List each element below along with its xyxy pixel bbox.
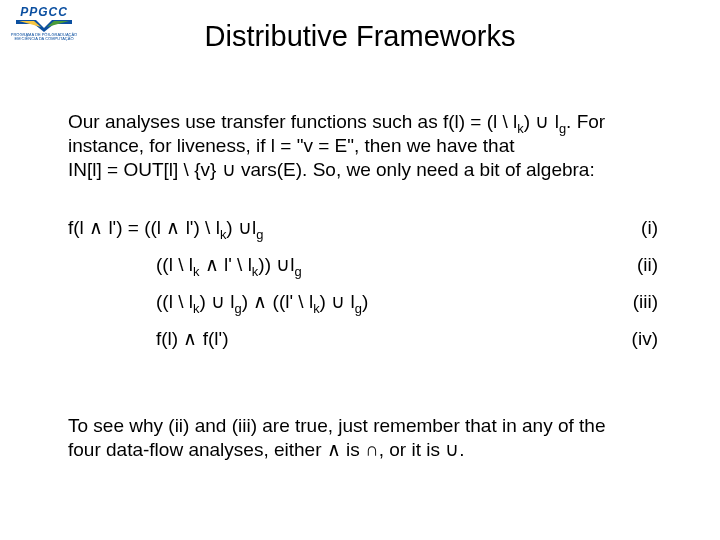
eq-part: ((l ∧ l') \ l — [144, 217, 220, 238]
eq-part: ) ∪ l — [199, 291, 234, 312]
eq-part: f(l) ∧ f(l') — [156, 328, 229, 349]
equation-body: f(l ∧ l') = ((l ∧ l') \ lk) ∪lg — [68, 216, 598, 239]
intro-text: ) ∪ l — [524, 111, 559, 132]
intro-text: Our analyses use transfer functions such… — [68, 111, 517, 132]
equation-body: ((l \ lk) ∪ lg) ∧ ((l' \ lk) ∪ lg) — [68, 290, 598, 313]
intro-paragraph: Our analyses use transfer functions such… — [68, 110, 658, 181]
eq-sub: g — [235, 301, 242, 316]
intro-text: . For — [566, 111, 605, 132]
eq-part: )) ∪l — [258, 254, 294, 275]
equation-row: ((l \ lk ∧ l' \ lk)) ∪lg (ii) — [68, 253, 658, 276]
eq-part: ) ∪l — [226, 217, 256, 238]
eq-sub: g — [294, 264, 301, 279]
intro-text: IN[l] = OUT[l] \ {v} ∪ vars(E). So, we o… — [68, 159, 595, 180]
eq-part: ((l \ l — [156, 291, 193, 312]
outro-text: four data-flow analyses, either ∧ is ∩, … — [68, 439, 464, 460]
outro-paragraph: To see why (ii) and (iii) are true, just… — [68, 414, 658, 463]
equation-number: (iv) — [598, 328, 658, 350]
equation-row: f(l) ∧ f(l') (iv) — [68, 327, 658, 350]
equation-row: f(l ∧ l') = ((l ∧ l') \ lk) ∪lg (i) — [68, 216, 658, 239]
eq-part: ) ∪ l — [320, 291, 355, 312]
equation-number: (iii) — [598, 291, 658, 313]
eq-part: ((l \ l — [156, 254, 193, 275]
equation-body: ((l \ lk ∧ l' \ lk)) ∪lg — [68, 253, 598, 276]
outro-text: To see why (ii) and (iii) are true, just… — [68, 415, 606, 436]
equation-block: f(l ∧ l') = ((l ∧ l') \ lk) ∪lg (i) ((l … — [68, 216, 658, 364]
eq-sub: g — [256, 227, 263, 242]
eq-sub: g — [355, 301, 362, 316]
intro-sub: g — [559, 121, 566, 136]
slide: PPGCC PROGRAMA DE PÓS-GRADUAÇÃO EM CIÊNC… — [0, 0, 720, 540]
eq-part: ) — [362, 291, 368, 312]
eq-part: ∧ l' \ l — [199, 254, 251, 275]
equation-number: (i) — [598, 217, 658, 239]
eq-part: ) ∧ ((l' \ l — [242, 291, 313, 312]
slide-title: Distributive Frameworks — [0, 20, 720, 53]
intro-text: instance, for liveness, if l = "v = E", … — [68, 135, 515, 156]
eq-lhs: f(l ∧ l') = — [68, 217, 144, 238]
equation-number: (ii) — [598, 254, 658, 276]
logo-acronym: PPGCC — [8, 6, 80, 18]
equation-row: ((l \ lk) ∪ lg) ∧ ((l' \ lk) ∪ lg) (iii) — [68, 290, 658, 313]
equation-body: f(l) ∧ f(l') — [68, 327, 598, 350]
